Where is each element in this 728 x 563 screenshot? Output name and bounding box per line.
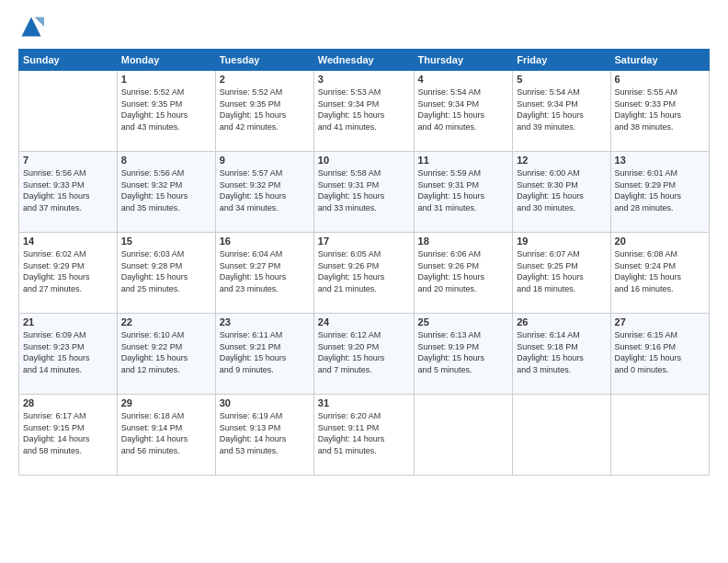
calendar-cell: [414, 395, 513, 476]
cell-content: Sunrise: 5:53 AM Sunset: 9:34 PM Dayligh…: [318, 86, 410, 132]
cell-content: Sunrise: 6:20 AM Sunset: 9:11 PM Dayligh…: [318, 410, 410, 456]
calendar-cell: 20Sunrise: 6:08 AM Sunset: 9:24 PM Dayli…: [610, 233, 709, 314]
calendar-cell: 23Sunrise: 6:11 AM Sunset: 9:21 PM Dayli…: [215, 314, 313, 395]
day-number: 26: [517, 316, 606, 327]
calendar-cell: 19Sunrise: 6:07 AM Sunset: 9:25 PM Dayli…: [513, 233, 610, 314]
cell-content: Sunrise: 6:19 AM Sunset: 9:13 PM Dayligh…: [220, 410, 310, 456]
cell-content: Sunrise: 5:54 AM Sunset: 9:34 PM Dayligh…: [517, 86, 606, 132]
day-number: 6: [615, 74, 705, 85]
calendar-cell: [19, 71, 118, 152]
day-number: 22: [121, 316, 211, 327]
day-number: 24: [318, 316, 410, 327]
calendar-cell: [513, 395, 610, 476]
calendar-cell: 27Sunrise: 6:15 AM Sunset: 9:16 PM Dayli…: [610, 314, 709, 395]
day-number: 9: [220, 155, 310, 166]
calendar-cell: 13Sunrise: 6:01 AM Sunset: 9:29 PM Dayli…: [610, 152, 709, 233]
header: [18, 14, 710, 40]
day-number: 3: [318, 74, 410, 85]
day-number: 13: [615, 155, 705, 166]
calendar-cell: 2Sunrise: 5:52 AM Sunset: 9:35 PM Daylig…: [215, 71, 313, 152]
calendar-cell: 15Sunrise: 6:03 AM Sunset: 9:28 PM Dayli…: [117, 233, 215, 314]
day-number: 29: [121, 397, 211, 408]
calendar-cell: 6Sunrise: 5:55 AM Sunset: 9:33 PM Daylig…: [610, 71, 709, 152]
cell-content: Sunrise: 6:03 AM Sunset: 9:28 PM Dayligh…: [121, 248, 211, 294]
calendar-cell: [610, 395, 709, 476]
day-number: 4: [418, 74, 509, 85]
cell-content: Sunrise: 6:14 AM Sunset: 9:18 PM Dayligh…: [517, 329, 606, 375]
cell-content: Sunrise: 6:18 AM Sunset: 9:14 PM Dayligh…: [121, 410, 211, 456]
day-number: 21: [23, 316, 113, 327]
calendar-cell: 21Sunrise: 6:09 AM Sunset: 9:23 PM Dayli…: [19, 314, 118, 395]
day-number: 8: [121, 155, 211, 166]
cell-content: Sunrise: 6:11 AM Sunset: 9:21 PM Dayligh…: [220, 329, 310, 375]
day-number: 17: [318, 236, 410, 247]
day-number: 19: [517, 236, 606, 247]
calendar-cell: 1Sunrise: 5:52 AM Sunset: 9:35 PM Daylig…: [117, 71, 215, 152]
week-row-1: 1Sunrise: 5:52 AM Sunset: 9:35 PM Daylig…: [19, 71, 710, 152]
week-row-5: 28Sunrise: 6:17 AM Sunset: 9:15 PM Dayli…: [19, 395, 710, 476]
week-row-3: 14Sunrise: 6:02 AM Sunset: 9:29 PM Dayli…: [19, 233, 710, 314]
logo: [18, 14, 48, 40]
calendar-cell: 16Sunrise: 6:04 AM Sunset: 9:27 PM Dayli…: [215, 233, 313, 314]
day-number: 28: [23, 397, 113, 408]
cell-content: Sunrise: 5:56 AM Sunset: 9:32 PM Dayligh…: [121, 167, 211, 213]
cell-content: Sunrise: 5:57 AM Sunset: 9:32 PM Dayligh…: [220, 167, 310, 213]
day-number: 5: [517, 74, 606, 85]
calendar-cell: 30Sunrise: 6:19 AM Sunset: 9:13 PM Dayli…: [215, 395, 313, 476]
cell-content: Sunrise: 6:06 AM Sunset: 9:26 PM Dayligh…: [418, 248, 509, 294]
weekday-header-sunday: Sunday: [19, 50, 118, 71]
weekday-header-monday: Monday: [117, 50, 215, 71]
calendar-cell: 29Sunrise: 6:18 AM Sunset: 9:14 PM Dayli…: [117, 395, 215, 476]
day-number: 16: [220, 236, 310, 247]
day-number: 25: [418, 316, 509, 327]
calendar-cell: 9Sunrise: 5:57 AM Sunset: 9:32 PM Daylig…: [215, 152, 313, 233]
day-number: 15: [121, 236, 211, 247]
day-number: 2: [220, 74, 310, 85]
day-number: 27: [615, 316, 705, 327]
calendar-cell: 12Sunrise: 6:00 AM Sunset: 9:30 PM Dayli…: [513, 152, 610, 233]
day-number: 10: [318, 155, 410, 166]
cell-content: Sunrise: 6:07 AM Sunset: 9:25 PM Dayligh…: [517, 248, 606, 294]
day-number: 1: [121, 74, 211, 85]
cell-content: Sunrise: 6:08 AM Sunset: 9:24 PM Dayligh…: [615, 248, 705, 294]
cell-content: Sunrise: 6:02 AM Sunset: 9:29 PM Dayligh…: [23, 248, 113, 294]
weekday-header-tuesday: Tuesday: [215, 50, 313, 71]
calendar-cell: 8Sunrise: 5:56 AM Sunset: 9:32 PM Daylig…: [117, 152, 215, 233]
svg-marker-1: [35, 17, 45, 28]
calendar-cell: 24Sunrise: 6:12 AM Sunset: 9:20 PM Dayli…: [313, 314, 414, 395]
cell-content: Sunrise: 5:52 AM Sunset: 9:35 PM Dayligh…: [220, 86, 310, 132]
cell-content: Sunrise: 5:55 AM Sunset: 9:33 PM Dayligh…: [615, 86, 705, 132]
cell-content: Sunrise: 6:09 AM Sunset: 9:23 PM Dayligh…: [23, 329, 113, 375]
cell-content: Sunrise: 6:00 AM Sunset: 9:30 PM Dayligh…: [517, 167, 606, 213]
calendar-cell: 26Sunrise: 6:14 AM Sunset: 9:18 PM Dayli…: [513, 314, 610, 395]
week-row-2: 7Sunrise: 5:56 AM Sunset: 9:33 PM Daylig…: [19, 152, 710, 233]
day-number: 23: [220, 316, 310, 327]
weekday-header-saturday: Saturday: [610, 50, 709, 71]
cell-content: Sunrise: 6:17 AM Sunset: 9:15 PM Dayligh…: [23, 410, 113, 456]
cell-content: Sunrise: 5:54 AM Sunset: 9:34 PM Dayligh…: [418, 86, 509, 132]
weekday-header-row: SundayMondayTuesdayWednesdayThursdayFrid…: [19, 50, 710, 71]
cell-content: Sunrise: 5:58 AM Sunset: 9:31 PM Dayligh…: [318, 167, 410, 213]
cell-content: Sunrise: 5:56 AM Sunset: 9:33 PM Dayligh…: [23, 167, 113, 213]
day-number: 20: [615, 236, 705, 247]
page: SundayMondayTuesdayWednesdayThursdayFrid…: [0, 0, 728, 563]
calendar-cell: 10Sunrise: 5:58 AM Sunset: 9:31 PM Dayli…: [313, 152, 414, 233]
calendar-cell: 18Sunrise: 6:06 AM Sunset: 9:26 PM Dayli…: [414, 233, 513, 314]
calendar-cell: 3Sunrise: 5:53 AM Sunset: 9:34 PM Daylig…: [313, 71, 414, 152]
day-number: 31: [318, 397, 410, 408]
logo-icon: [18, 14, 44, 40]
cell-content: Sunrise: 6:04 AM Sunset: 9:27 PM Dayligh…: [220, 248, 310, 294]
day-number: 30: [220, 397, 310, 408]
calendar-cell: 28Sunrise: 6:17 AM Sunset: 9:15 PM Dayli…: [19, 395, 118, 476]
calendar-cell: 11Sunrise: 5:59 AM Sunset: 9:31 PM Dayli…: [414, 152, 513, 233]
calendar-cell: 14Sunrise: 6:02 AM Sunset: 9:29 PM Dayli…: [19, 233, 118, 314]
calendar-cell: 17Sunrise: 6:05 AM Sunset: 9:26 PM Dayli…: [313, 233, 414, 314]
day-number: 12: [517, 155, 606, 166]
week-row-4: 21Sunrise: 6:09 AM Sunset: 9:23 PM Dayli…: [19, 314, 710, 395]
day-number: 7: [23, 155, 113, 166]
calendar-table: SundayMondayTuesdayWednesdayThursdayFrid…: [18, 49, 710, 476]
cell-content: Sunrise: 6:13 AM Sunset: 9:19 PM Dayligh…: [418, 329, 509, 375]
calendar-cell: 22Sunrise: 6:10 AM Sunset: 9:22 PM Dayli…: [117, 314, 215, 395]
calendar-cell: 4Sunrise: 5:54 AM Sunset: 9:34 PM Daylig…: [414, 71, 513, 152]
day-number: 11: [418, 155, 509, 166]
